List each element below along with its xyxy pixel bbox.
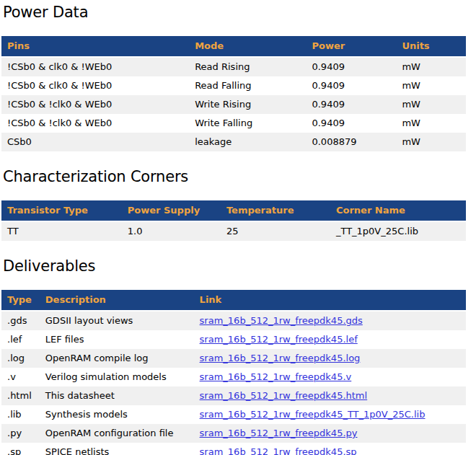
file-link[interactable]: sram_16b_512_1rw_freepdk45.lef xyxy=(200,334,358,345)
table-cell: !CSb0 & !clk0 & WEb0 xyxy=(1,95,189,114)
file-link[interactable]: sram_16b_512_1rw_freepdk45.sp xyxy=(200,446,357,455)
deliverables-heading: Deliverables xyxy=(1,257,476,275)
section-power-data: Power Data PinsModePowerUnits !CSb0 & cl… xyxy=(1,3,476,151)
column-header-mode: Mode xyxy=(189,36,306,57)
table-row: !CSb0 & !clk0 & WEb0Write Falling0.9409m… xyxy=(1,114,466,133)
table-cell: CSb0 xyxy=(1,133,189,151)
table-cell: Write Rising xyxy=(189,95,306,114)
table-cell: .v xyxy=(1,368,40,386)
datasheet-page: Power Data PinsModePowerUnits !CSb0 & cl… xyxy=(0,3,476,455)
table-cell: SPICE netlists xyxy=(40,443,194,455)
table-cell: 0.9409 xyxy=(306,76,396,95)
table-cell: OpenRAM configuration file xyxy=(40,424,194,443)
table-cell: .lef xyxy=(1,330,40,349)
table-cell: .html xyxy=(1,386,40,405)
section-characterization-corners: Characterization Corners Transistor Type… xyxy=(1,167,476,241)
power-data-heading: Power Data xyxy=(1,3,476,22)
table-cell: LEF files xyxy=(40,330,194,349)
table-row: CSb0leakage0.008879mW xyxy=(1,133,466,151)
column-header-link: Link xyxy=(194,290,466,311)
table-cell: Verilog simulation models xyxy=(40,368,194,386)
table-cell: !CSb0 & clk0 & !WEb0 xyxy=(1,57,189,76)
table-row: .lefLEF filessram_16b_512_1rw_freepdk45.… xyxy=(1,330,466,349)
table-row: .libSynthesis modelssram_16b_512_1rw_fre… xyxy=(1,405,466,424)
table-cell: sram_16b_512_1rw_freepdk45.v xyxy=(194,368,466,386)
table-cell: Write Falling xyxy=(189,114,306,133)
table-row: .pyOpenRAM configuration filesram_16b_51… xyxy=(1,424,466,443)
table-cell: .lib xyxy=(1,405,40,424)
table-cell: 1.0 xyxy=(122,221,221,241)
table-row: .htmlThis datasheetsram_16b_512_1rw_free… xyxy=(1,386,466,405)
table-cell: 25 xyxy=(221,221,330,241)
table-cell: sram_16b_512_1rw_freepdk45_TT_1p0V_25C.l… xyxy=(194,405,466,424)
file-link[interactable]: sram_16b_512_1rw_freepdk45.v xyxy=(200,371,352,382)
section-deliverables: Deliverables TypeDescriptionLink .gdsGDS… xyxy=(1,257,476,455)
table-cell: TT xyxy=(1,221,122,241)
table-cell: .gds xyxy=(1,311,40,330)
column-header-pins: Pins xyxy=(1,36,189,57)
deliverables-table: TypeDescriptionLink .gdsGDSII layout vie… xyxy=(1,290,466,455)
table-cell: leakage xyxy=(189,133,306,151)
table-cell: Read Falling xyxy=(189,76,306,95)
table-cell: 0.008879 xyxy=(306,133,396,151)
table-row: !CSb0 & clk0 & !WEb0Read Falling0.9409mW xyxy=(1,76,466,95)
table-cell: This datasheet xyxy=(40,386,194,405)
table-cell: .sp xyxy=(1,443,40,455)
table-row: !CSb0 & !clk0 & WEb0Write Rising0.9409mW xyxy=(1,95,466,114)
table-cell: 0.9409 xyxy=(306,114,396,133)
table-cell: .py xyxy=(1,424,40,443)
column-header-type: Type xyxy=(1,290,40,311)
table-cell: sram_16b_512_1rw_freepdk45.sp xyxy=(194,443,466,455)
table-header-row: PinsModePowerUnits xyxy=(1,36,466,57)
table-cell: _TT_1p0V_25C.lib xyxy=(330,221,466,241)
table-cell: GDSII layout views xyxy=(40,311,194,330)
table-cell: OpenRAM compile log xyxy=(40,349,194,368)
power-data-table: PinsModePowerUnits !CSb0 & clk0 & !WEb0R… xyxy=(1,36,466,151)
column-header-description: Description xyxy=(40,290,194,311)
table-row: .spSPICE netlistssram_16b_512_1rw_freepd… xyxy=(1,443,466,455)
table-cell: !CSb0 & !clk0 & WEb0 xyxy=(1,114,189,133)
table-row: .gdsGDSII layout viewssram_16b_512_1rw_f… xyxy=(1,311,466,330)
table-cell: mW xyxy=(396,57,466,76)
table-cell: Read Rising xyxy=(189,57,306,76)
column-header-power-supply: Power Supply xyxy=(122,200,221,221)
table-cell: 0.9409 xyxy=(306,95,396,114)
table-row: TT1.025_TT_1p0V_25C.lib xyxy=(1,221,466,241)
table-cell: sram_16b_512_1rw_freepdk45.html xyxy=(194,386,466,405)
table-header-row: TypeDescriptionLink xyxy=(1,290,466,311)
table-cell: mW xyxy=(396,76,466,95)
column-header-units: Units xyxy=(396,36,466,57)
file-link[interactable]: sram_16b_512_1rw_freepdk45.log xyxy=(200,353,361,363)
table-cell: mW xyxy=(396,133,466,151)
file-link[interactable]: sram_16b_512_1rw_freepdk45.py xyxy=(200,428,358,438)
table-row: .vVerilog simulation modelssram_16b_512_… xyxy=(1,368,466,386)
table-cell: sram_16b_512_1rw_freepdk45.py xyxy=(194,424,466,443)
characterization-corners-table: Transistor TypePower SupplyTemperatureCo… xyxy=(1,200,466,241)
column-header-transistor-type: Transistor Type xyxy=(1,200,122,221)
table-cell: Synthesis models xyxy=(40,405,194,424)
table-cell: sram_16b_512_1rw_freepdk45.gds xyxy=(194,311,466,330)
column-header-corner-name: Corner Name xyxy=(330,200,466,221)
table-row: .logOpenRAM compile logsram_16b_512_1rw_… xyxy=(1,349,466,368)
file-link[interactable]: sram_16b_512_1rw_freepdk45.gds xyxy=(200,315,363,326)
table-cell: mW xyxy=(396,114,466,133)
table-cell: mW xyxy=(396,95,466,114)
table-header-row: Transistor TypePower SupplyTemperatureCo… xyxy=(1,200,466,221)
table-cell: sram_16b_512_1rw_freepdk45.log xyxy=(194,349,466,368)
table-cell: .log xyxy=(1,349,40,368)
file-link[interactable]: sram_16b_512_1rw_freepdk45_TT_1p0V_25C.l… xyxy=(200,409,426,420)
column-header-power: Power xyxy=(306,36,396,57)
characterization-corners-heading: Characterization Corners xyxy=(1,167,476,186)
table-cell: !CSb0 & clk0 & !WEb0 xyxy=(1,76,189,95)
table-cell: 0.9409 xyxy=(306,57,396,76)
table-cell: sram_16b_512_1rw_freepdk45.lef xyxy=(194,330,466,349)
file-link[interactable]: sram_16b_512_1rw_freepdk45.html xyxy=(200,390,368,401)
column-header-temperature: Temperature xyxy=(221,200,330,221)
table-row: !CSb0 & clk0 & !WEb0Read Rising0.9409mW xyxy=(1,57,466,76)
